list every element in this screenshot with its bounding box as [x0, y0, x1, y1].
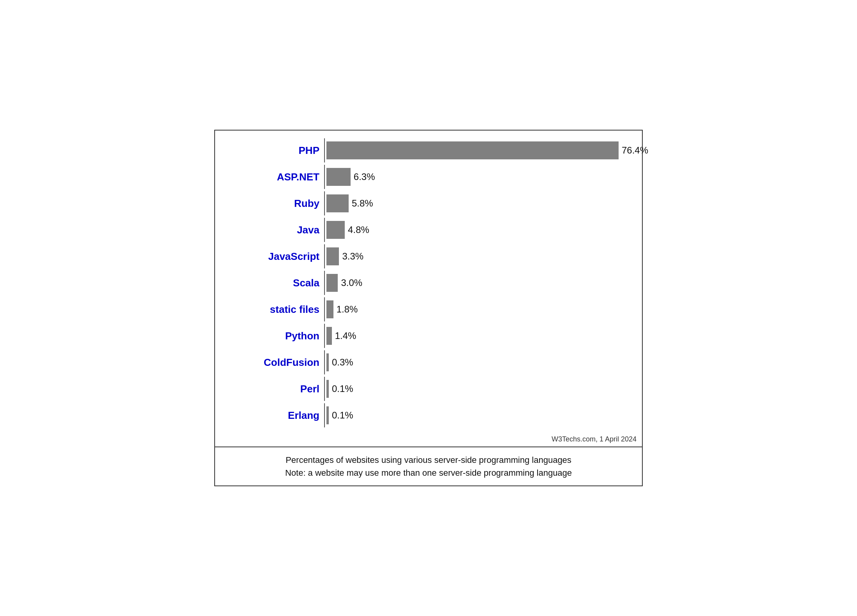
bar [326, 247, 339, 265]
bar-percentage: 4.8% [348, 224, 369, 235]
bar-cell: 76.4% [324, 138, 648, 162]
bar-cell: 1.4% [324, 324, 634, 348]
chart-row: Perl0.1% [215, 377, 634, 401]
bar-label-cell: Perl [215, 383, 324, 395]
chart-row: Ruby5.8% [215, 191, 634, 215]
bar-label: PHP [299, 145, 319, 156]
bar-cell: 0.1% [324, 377, 634, 401]
bar-percentage: 5.8% [352, 198, 373, 209]
chart-row: PHP76.4% [215, 138, 634, 162]
bar-cell: 1.8% [324, 297, 634, 321]
bar-label-cell: Scala [215, 277, 324, 289]
bar-label-cell: Erlang [215, 409, 324, 422]
footer-line1: Percentages of websites using various se… [223, 454, 634, 466]
bar-label: JavaScript [268, 251, 319, 262]
bar [326, 194, 349, 212]
bar-cell: 6.3% [324, 165, 634, 189]
bar-label: Erlang [288, 409, 319, 421]
chart-container: PHP76.4%ASP.NET6.3%Ruby5.8%Java4.8%JavaS… [214, 130, 643, 486]
bar-label: Ruby [294, 198, 319, 209]
chart-row: Erlang0.1% [215, 403, 634, 427]
bar [326, 221, 345, 239]
chart-row: Scala3.0% [215, 271, 634, 295]
bar-label-cell: JavaScript [215, 251, 324, 263]
chart-footer: Percentages of websites using various se… [215, 447, 642, 485]
bar-label-cell: Java [215, 224, 324, 236]
chart-row: JavaScript3.3% [215, 244, 634, 268]
bar-percentage: 3.0% [341, 277, 362, 288]
bar-percentage: 1.8% [337, 304, 358, 315]
bar [326, 274, 338, 292]
bar-percentage: 76.4% [622, 145, 648, 156]
bar-label-cell: Ruby [215, 198, 324, 210]
bar [326, 406, 329, 424]
bar [326, 353, 329, 371]
bar-label: ASP.NET [277, 171, 319, 183]
bar-cell: 3.0% [324, 271, 634, 295]
bar [326, 380, 329, 398]
bar [326, 141, 619, 159]
chart-row: ASP.NET6.3% [215, 165, 634, 189]
chart-row: ColdFusion0.3% [215, 350, 634, 374]
chart-row: static files1.8% [215, 297, 634, 321]
bar-cell: 0.1% [324, 403, 634, 427]
chart-area: PHP76.4%ASP.NET6.3%Ruby5.8%Java4.8%JavaS… [215, 131, 642, 434]
bar-label: Scala [293, 277, 319, 289]
bar-label-cell: Python [215, 330, 324, 342]
chart-row: Java4.8% [215, 218, 634, 242]
bar [326, 168, 351, 186]
bar-label: Java [297, 224, 319, 236]
bar-label-cell: ColdFusion [215, 357, 324, 369]
bar-cell: 0.3% [324, 350, 634, 374]
bar-label: Perl [300, 383, 319, 395]
bar-label-cell: PHP [215, 145, 324, 157]
chart-row: Python1.4% [215, 324, 634, 348]
bar [326, 300, 333, 318]
bar [326, 327, 332, 345]
bar-percentage: 1.4% [335, 330, 356, 341]
bar-percentage: 3.3% [342, 251, 363, 262]
bar-percentage: 0.1% [332, 410, 353, 421]
bar-label-cell: static files [215, 304, 324, 316]
bar-percentage: 6.3% [354, 171, 375, 182]
bar-label: Python [285, 330, 319, 342]
bar-cell: 5.8% [324, 191, 634, 215]
bar-label-cell: ASP.NET [215, 171, 324, 183]
bar-percentage: 0.3% [332, 357, 353, 368]
attribution: W3Techs.com, 1 April 2024 [215, 434, 642, 447]
bar-cell: 4.8% [324, 218, 634, 242]
bar-cell: 3.3% [324, 244, 634, 268]
bar-label: ColdFusion [264, 357, 319, 368]
bar-label: static files [270, 304, 319, 315]
bar-percentage: 0.1% [332, 383, 353, 394]
footer-line2: Note: a website may use more than one se… [223, 466, 634, 479]
